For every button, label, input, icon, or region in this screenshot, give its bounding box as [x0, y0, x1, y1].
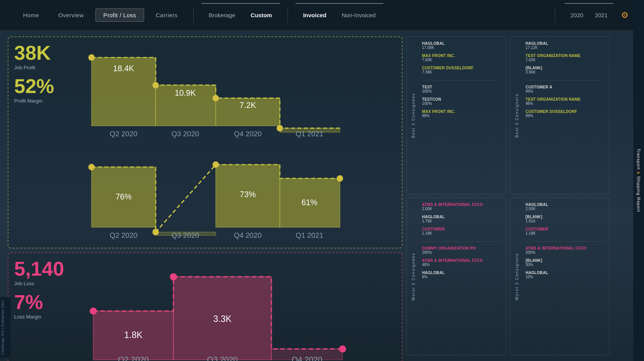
wc-haglobal: HAGLOBAL 1.76K [422, 215, 501, 223]
wc-atms: ATMS & INTERNATIONAL FZCO 2.00K [422, 203, 501, 211]
worst-consignors-data: HAGLOBAL 2.00K [Blank] 1.81K CUSTOMER 1.… [526, 203, 605, 351]
best-consignees-section: Best 3 Consignees HAGLOBAL 17.08K MAX FR… [406, 36, 506, 194]
wc-name-1: ATMS & INTERNATIONAL FZCO [422, 203, 501, 207]
top-navigation: Home Overview Profit / Loss Carriers Bro… [0, 0, 644, 31]
wc-name-6: HAGLOBAL [422, 271, 501, 275]
bc-val-3: 7.38K [422, 70, 501, 74]
wc-divider [422, 241, 501, 242]
consignees-panel: Best 3 Consignees HAGLOBAL 17.08K MAX FR… [406, 36, 506, 355]
best-consignors-section: Best 3 Consignors HAGLOBAL 17.12K TEST O… [510, 36, 610, 194]
right-panel: Best 3 Consignees HAGLOBAL 17.08K MAX FR… [406, 36, 629, 355]
bc-maxfront2: MAX FRONT INC. 98% [422, 109, 501, 118]
nav-left: Home Overview Profit / Loss Carriers [15, 8, 186, 22]
profit-section: 38K Job Profit 52% Profit Margin [8, 36, 402, 248]
wco-name-3: CUSTOMER [526, 227, 605, 231]
q-label-loss-q4: Q4 2020 [292, 355, 322, 361]
dot-q2-margin [88, 164, 95, 170]
nav-non-invoiced[interactable]: Non-Invoiced [334, 9, 383, 21]
q-label-q4-2020: Q4 2020 [234, 130, 261, 138]
bco-testorg: TEST ORGANIZATION NAME 7.60K [526, 54, 605, 62]
bco-val-5: 98% [526, 101, 605, 106]
bco-custd: CUSTOMER DUSSELDORF 89% [526, 109, 605, 118]
wco-val-5: 30% [526, 263, 605, 267]
wco-val-1: 2.00K [526, 207, 605, 211]
wco-divider [526, 241, 605, 242]
bco-blank: [Blank] 3.96K [526, 66, 605, 74]
wco-name-2: [Blank] [526, 215, 605, 219]
bar-label-q2-loss: 1.8K [124, 330, 143, 340]
profit-margin-value: 52% [14, 76, 68, 96]
wco-name-1: HAGLOBAL [526, 203, 605, 207]
bco-val-4: 99% [526, 89, 605, 93]
loss-section: 5,140 Job Loss 7% Loss Margin [8, 252, 402, 361]
nav-carriers[interactable]: Carriers [148, 9, 185, 21]
bco-name-6: CUSTOMER DUSSELDORF [526, 109, 605, 114]
main-content: 38K Job Profit 52% Profit Margin [0, 31, 644, 361]
charts-panel: 38K Job Profit 52% Profit Margin [8, 36, 402, 355]
q-label-pm-q3: Q3 2020 [171, 231, 199, 239]
profit-margin-label: Profit Margin [14, 98, 68, 104]
dot-q3-margin [153, 229, 159, 235]
nav-custom[interactable]: Custom [243, 9, 280, 21]
bar-label-q4-margin: 73% [240, 190, 256, 199]
worst-consignees-label: Worst 3 Consignees [411, 203, 418, 351]
year-items: 2020 2021 [565, 9, 613, 21]
worst-consignees-data: ATMS & INTERNATIONAL FZCO 2.00K HAGLOBAL… [422, 203, 501, 351]
bc-test: test 100% [422, 85, 501, 93]
settings-icon[interactable]: ⚙ [621, 10, 629, 20]
group-underline-1 [201, 3, 280, 4]
bco-name-4: CUSTOMER A [526, 85, 605, 89]
bc-name-6: MAX FRONT INC. [422, 109, 501, 114]
nav-invoiced[interactable]: Invoiced [296, 9, 334, 21]
dot-q3-profit [153, 82, 159, 88]
wc-customer: CUSTOMER 1.18K [422, 227, 501, 235]
wc-name-5: ATMS & INTERNATIONAL FZCO [422, 258, 501, 263]
bc-customer-d: CUSTOMER DUSSELDORF 7.38K [422, 66, 501, 74]
wco-name-5: [Blank] [526, 258, 605, 263]
challenge-panel: Challenge #12 | Enterprise DNA [0, 297, 11, 358]
wco-val-4: 200% [526, 250, 605, 255]
wc-val-1: 2.00K [422, 207, 501, 211]
nav-brokerage[interactable]: Brokerage [201, 9, 243, 21]
bco-name-5: TEST ORGANIZATION NAME [526, 97, 605, 101]
wco-val-3: 1.18K [526, 231, 605, 235]
dot-q2-profit [88, 54, 95, 61]
bar-label-q2-profit: 18.4K [113, 64, 134, 73]
best-consignors-label: Best 3 Consignors [515, 41, 522, 189]
best-consignees-label: Best 3 Consignees [411, 41, 418, 189]
job-profit-label: Job Profit [14, 65, 68, 70]
side-amp: & [636, 172, 641, 175]
q-label-q1-2021: Q1 2021 [296, 130, 323, 138]
side-shipping: Shipping Report [636, 175, 641, 212]
bco-customera: CUSTOMER A 99% [526, 85, 605, 93]
q-label-pm-q2: Q2 2020 [110, 231, 137, 239]
bar-label-q2-margin: 76% [116, 192, 132, 201]
wc-val-6: 8% [422, 275, 501, 279]
q-label-pm-q1: Q1 2021 [296, 231, 323, 239]
nav-right: 2020 2021 ⚙ [547, 8, 629, 23]
nav-home[interactable]: Home [15, 9, 47, 21]
bc-val-1: 17.08K [422, 46, 501, 50]
group-underline-2 [296, 3, 383, 4]
year-2021[interactable]: 2021 [589, 9, 613, 21]
bc-name-5: TESTCON [422, 97, 501, 101]
nav-overview[interactable]: Overview [51, 9, 92, 21]
worst-consignees-section: Worst 3 Consignees ATMS & INTERNATIONAL … [406, 198, 506, 356]
dot-q2-loss [90, 307, 97, 315]
bc-name-2: MAX FRONT INC. [422, 54, 501, 58]
bc-haglobal: HAGLOBAL 17.08K [422, 41, 501, 50]
loss-charts-group: 1.8K 3.3K Q2 2020 Q3 2020 Q4 2020 [76, 259, 396, 361]
bco-val-1: 17.12K [526, 46, 605, 50]
bar-label-q4-profit: 7.2K [240, 101, 256, 109]
nav-profit-loss[interactable]: Profit / Loss [95, 8, 145, 22]
q-label-q2-2020: Q2 2020 [110, 130, 137, 138]
bc-name-3: CUSTOMER DUSSELDORF [422, 66, 501, 70]
bco-divider [526, 80, 605, 80]
brokerage-custom-items: Brokerage Custom [201, 9, 280, 21]
bco-testorg2: TEST ORGANIZATION NAME 98% [526, 97, 605, 106]
year-2020[interactable]: 2020 [565, 9, 589, 21]
wco-atms: ATMS & INTERNATIONAL FZCO 200% [526, 246, 605, 255]
side-transport: Transport [636, 149, 641, 172]
wco-val-6: 10% [526, 275, 605, 279]
job-profit-block: 38K Job Profit [14, 43, 68, 70]
